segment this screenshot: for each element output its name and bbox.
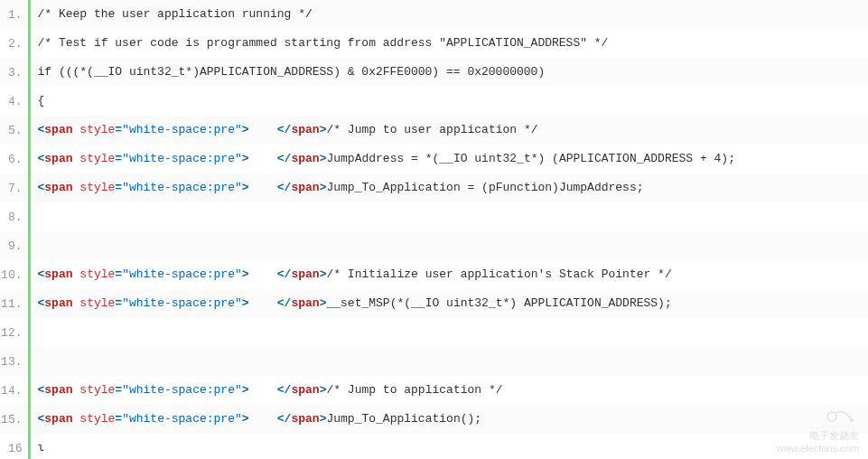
line-number: 6. [0,145,29,173]
line-content: <span style="white-space:pre"> </span>__… [29,289,868,318]
line-content: <span style="white-space:pre"> </span>Ju… [29,173,868,202]
line-content: /* Test if user code is programmed start… [29,29,868,58]
line-number: 5. [0,116,29,145]
line-number: 12. [0,318,29,347]
line-number: 7. [0,173,29,202]
line-content: <span style="white-space:pre"> </span>/*… [29,376,868,405]
line-number: 3. [0,58,29,87]
code-line: 13. [0,347,868,376]
code-line: 6.<span style="white-space:pre"> </span>… [0,145,868,173]
line-content: /* Keep the user application running */ [29,0,868,29]
line-content: <span style="white-space:pre"> </span>/*… [29,260,868,289]
line-content: ι [29,434,868,459]
code-line: 3.if (((*(__IO uint32_t*)APPLICATION_ADD… [0,58,868,87]
line-content [29,202,868,231]
code-line: 10.<span style="white-space:pre"> </span… [0,260,868,289]
code-line: 8. [0,202,868,231]
line-number: 10. [0,260,29,289]
line-content: <span style="white-space:pre"> </span>/*… [29,116,868,145]
line-content [29,347,868,376]
code-line: 14.<span style="white-space:pre"> </span… [0,376,868,405]
code-block: 1./* Keep the user application running *… [0,0,868,459]
line-number: 14. [0,376,29,405]
line-number: 8. [0,202,29,231]
code-line: 9. [0,231,868,260]
line-number: 1. [0,0,29,29]
line-content: <span style="white-space:pre"> </span>Ju… [29,405,868,434]
code-line: 5.<span style="white-space:pre"> </span>… [0,116,868,145]
line-content: { [29,87,868,116]
line-content: if (((*(__IO uint32_t*)APPLICATION_ADDRE… [29,58,868,87]
code-line: 12. [0,318,868,347]
line-content [29,231,868,260]
code-line: 4.{ [0,87,868,116]
code-line: 16ι [0,434,868,459]
line-number: 15. [0,405,29,434]
line-number: 11. [0,289,29,318]
line-content: <span style="white-space:pre"> </span>Ju… [29,145,868,173]
line-number: 13. [0,347,29,376]
code-line: 1./* Keep the user application running *… [0,0,868,29]
code-line: 11.<span style="white-space:pre"> </span… [0,289,868,318]
code-line: 15.<span style="white-space:pre"> </span… [0,405,868,434]
line-number: 16 [0,434,29,459]
line-number: 9. [0,231,29,260]
line-number: 4. [0,87,29,116]
code-line: 7.<span style="white-space:pre"> </span>… [0,173,868,202]
line-content [29,318,868,347]
line-number: 2. [0,29,29,58]
code-line: 2./* Test if user code is programmed sta… [0,29,868,58]
